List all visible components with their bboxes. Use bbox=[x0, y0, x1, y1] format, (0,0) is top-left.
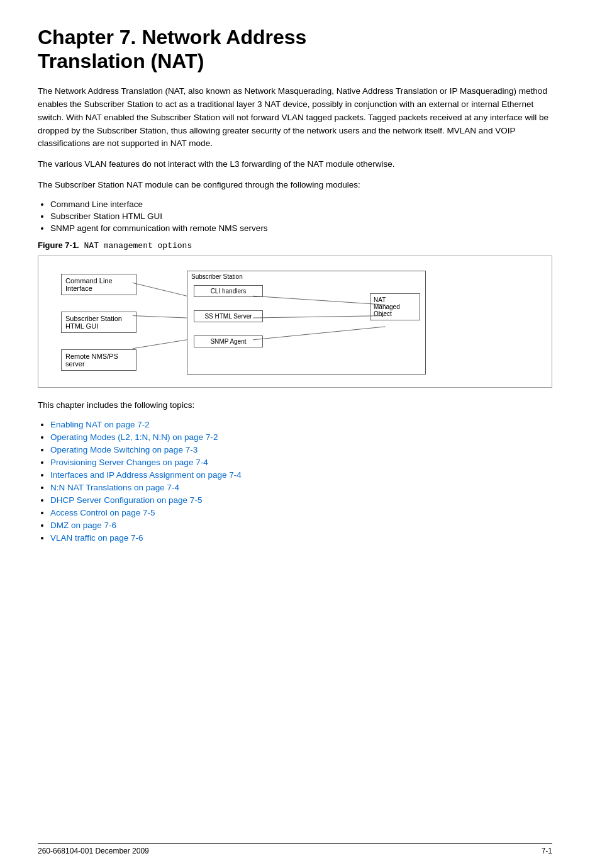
intro-para3: The Subscriber Station NAT module can be… bbox=[38, 179, 552, 192]
cli-handlers-box: CLI handlers bbox=[194, 285, 263, 297]
topic-item-8[interactable]: Access Control on page 7-5 bbox=[50, 508, 552, 517]
topic-link-10[interactable]: VLAN traffic on page 7-6 bbox=[50, 533, 143, 543]
chapter-title-line2: Translation (NAT) bbox=[38, 50, 204, 72]
topic-link-4[interactable]: Provisioning Server Changes on page 7-4 bbox=[50, 458, 208, 467]
topic-item-5[interactable]: Interfaces and IP Address Assignment on … bbox=[50, 470, 552, 480]
topics-intro: This chapter includes the following topi… bbox=[38, 399, 552, 412]
topic-link-5[interactable]: Interfaces and IP Address Assignment on … bbox=[50, 470, 242, 480]
topic-item-1[interactable]: Enabling NAT on page 7-2 bbox=[50, 420, 552, 429]
topic-link-9[interactable]: DMZ on page 7-6 bbox=[50, 521, 116, 530]
topic-link-6[interactable]: N:N NAT Translations on page 7-4 bbox=[50, 483, 179, 492]
intro-para2: The various VLAN features do not interac… bbox=[38, 158, 552, 171]
config-modules-list: Command Line interface Subscriber Statio… bbox=[50, 200, 552, 233]
snmp-agent-box: SNMP Agent bbox=[194, 335, 263, 347]
figure-caption: Figure 7-1. NAT management options bbox=[38, 240, 552, 251]
cli-box: Command LineInterface bbox=[61, 274, 136, 295]
nat-diagram: Command LineInterface Subscriber Station… bbox=[38, 256, 552, 388]
ss-html-server-box: SS HTML Server bbox=[194, 310, 263, 322]
footer-right: 7-1 bbox=[542, 847, 552, 855]
nat-managed-object-box: NATManagedObject bbox=[370, 293, 420, 320]
svg-line-2 bbox=[133, 340, 187, 349]
remote-nms-box: Remote NMS/PSserver bbox=[61, 349, 136, 371]
topic-link-8[interactable]: Access Control on page 7-5 bbox=[50, 508, 155, 517]
html-gui-box: Subscriber StationHTML GUI bbox=[61, 312, 136, 333]
topic-link-1[interactable]: Enabling NAT on page 7-2 bbox=[50, 420, 150, 429]
figure-title: NAT management options bbox=[79, 241, 192, 251]
topic-item-3[interactable]: Operating Mode Switching on page 7-3 bbox=[50, 445, 552, 454]
topic-item-9[interactable]: DMZ on page 7-6 bbox=[50, 521, 552, 530]
page-footer: 260-668104-001 December 2009 7-1 bbox=[38, 843, 552, 855]
svg-line-0 bbox=[133, 283, 187, 296]
svg-line-1 bbox=[133, 316, 187, 318]
subscriber-station-area: Subscriber Station CLI handlers SS HTML … bbox=[187, 271, 426, 375]
topic-link-7[interactable]: DHCP Server Configuration on page 7-5 bbox=[50, 495, 202, 505]
config-module-item-2: Subscriber Station HTML GUI bbox=[50, 211, 552, 221]
topic-link-2[interactable]: Operating Modes (L2, 1:N, N:N) on page 7… bbox=[50, 432, 218, 442]
config-module-item-1: Command Line interface bbox=[50, 200, 552, 209]
topic-link-3[interactable]: Operating Mode Switching on page 7-3 bbox=[50, 445, 198, 454]
figure-label: Figure 7-1. bbox=[38, 240, 79, 250]
chapter-title: Chapter 7. Network Address Translation (… bbox=[38, 25, 552, 74]
intro-para1: The Network Address Translation (NAT, al… bbox=[38, 85, 552, 151]
topic-item-7[interactable]: DHCP Server Configuration on page 7-5 bbox=[50, 495, 552, 505]
footer-left: 260-668104-001 December 2009 bbox=[38, 847, 149, 855]
topic-item-2[interactable]: Operating Modes (L2, 1:N, N:N) on page 7… bbox=[50, 432, 552, 442]
topic-item-10[interactable]: VLAN traffic on page 7-6 bbox=[50, 533, 552, 543]
ss-label: Subscriber Station bbox=[191, 273, 243, 280]
topic-item-4[interactable]: Provisioning Server Changes on page 7-4 bbox=[50, 458, 552, 467]
config-module-item-3: SNMP agent for communication with remote… bbox=[50, 223, 552, 233]
topics-list: Enabling NAT on page 7-2 Operating Modes… bbox=[50, 420, 552, 543]
topic-item-6[interactable]: N:N NAT Translations on page 7-4 bbox=[50, 483, 552, 492]
chapter-title-line1: Chapter 7. Network Address bbox=[38, 26, 306, 48]
